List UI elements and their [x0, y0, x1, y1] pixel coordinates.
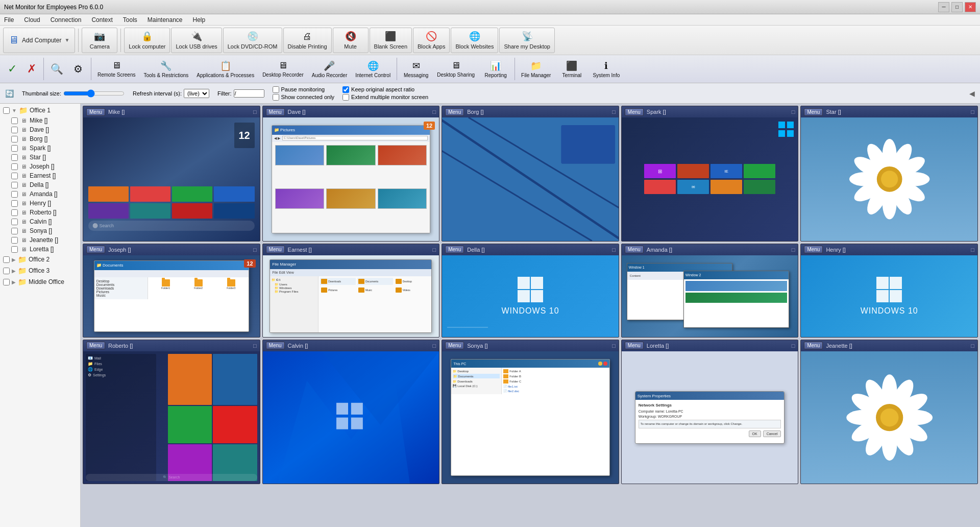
lock-usb-button[interactable]: 🔌 Lock USB drives — [171, 28, 222, 53]
middle-office-group-checkbox[interactable] — [3, 279, 10, 285]
menu-cloud[interactable]: Cloud — [22, 15, 42, 25]
della-checkbox[interactable] — [11, 182, 18, 188]
system-info-button[interactable]: ℹ System Info — [589, 57, 623, 81]
jeanette-checkbox[interactable] — [11, 237, 18, 244]
tile-expand-roberto[interactable]: □ — [253, 343, 257, 349]
sidebar-item-mike[interactable]: 🖥 Mike [] — [0, 116, 80, 125]
filter-input[interactable] — [234, 89, 264, 98]
tile-expand-jeanette[interactable]: □ — [971, 343, 974, 349]
tile-expand-joseph[interactable]: □ — [253, 247, 257, 253]
tile-expand-calvin[interactable]: □ — [433, 343, 436, 349]
tile-expand-dave[interactable]: □ — [433, 109, 436, 115]
close-button[interactable]: ✕ — [965, 2, 976, 12]
screen-thumb-loretta[interactable]: System Properties Network Settings Compu… — [622, 351, 798, 484]
tile-menu-star[interactable]: Menu — [804, 108, 823, 116]
desktop-recorder-button[interactable]: 🖥 Desktop Recorder — [259, 57, 307, 81]
sidebar-group-office3-header[interactable]: ▶ 📁 Office 3 — [0, 265, 80, 276]
tile-menu-earnest[interactable]: Menu — [266, 246, 285, 253]
tile-expand-amanda[interactable]: □ — [792, 247, 795, 253]
sidebar-item-joseph[interactable]: 🖥 Joseph [] — [0, 162, 80, 171]
menu-tools[interactable]: Tools — [121, 15, 139, 25]
sidebar-item-earnest[interactable]: 🖥 Earnest [] — [0, 171, 80, 180]
tile-expand-henry[interactable]: □ — [971, 247, 974, 253]
screen-thumb-amanda[interactable]: Window 1 Content Window 2 — [622, 255, 798, 337]
keep-aspect-label[interactable]: Keep original aspect ratio — [342, 86, 428, 93]
tile-menu-loretta[interactable]: Menu — [625, 342, 644, 349]
block-websites-button[interactable]: 🌐 Block Websites — [451, 28, 498, 53]
joseph-checkbox[interactable] — [11, 163, 18, 170]
tile-menu-mike[interactable]: Menu — [86, 108, 105, 116]
sidebar-item-della[interactable]: 🖥 Della [] — [0, 180, 80, 189]
roberto-checkbox[interactable] — [11, 209, 18, 216]
office2-group-checkbox[interactable] — [3, 256, 10, 263]
screen-thumb-earnest[interactable]: File Manager File Edit View 📁 C:\ 📁 User… — [263, 255, 439, 337]
menu-help[interactable]: Help — [191, 15, 208, 25]
screen-thumb-della[interactable]: WINDOWS 10 — [442, 255, 619, 337]
desktop-sharing-button[interactable]: 🖥 Desktop Sharing — [433, 57, 478, 81]
sidebar-item-borg[interactable]: 🖥 Borg [] — [0, 134, 80, 143]
lock-computer-button[interactable]: 🔒 Lock computer — [124, 28, 170, 53]
sonya-checkbox[interactable] — [11, 228, 18, 234]
maximize-button[interactable]: □ — [951, 2, 963, 12]
tools-restrictions-button[interactable]: 🔧 Tools & Restrictions — [140, 57, 192, 81]
screen-thumb-star[interactable] — [801, 117, 977, 241]
screen-thumb-mike[interactable]: ⚪ Search 12 — [83, 117, 260, 241]
calvin-checkbox[interactable] — [11, 219, 18, 225]
messaging-button[interactable]: ✉ Messaging — [400, 57, 432, 81]
spark-checkbox[interactable] — [11, 145, 18, 152]
sidebar-item-henry[interactable]: 🖥 Henry [] — [0, 199, 80, 208]
amanda-checkbox[interactable] — [11, 191, 18, 198]
applications-processes-button[interactable]: 📋 Applications & Processes — [193, 57, 258, 81]
add-computer-button[interactable]: 🖥 Add Computer ▼ — [3, 28, 75, 53]
tile-menu-borg[interactable]: Menu — [445, 108, 464, 116]
tile-menu-sonya[interactable]: Menu — [445, 342, 464, 349]
screen-thumb-spark[interactable]: ⊞ IE ✉ — [622, 117, 798, 241]
sidebar-group-office2-header[interactable]: ▶ 📁 Office 2 — [0, 254, 80, 265]
show-connected-checkbox[interactable] — [273, 94, 279, 101]
mike-checkbox[interactable] — [11, 117, 18, 124]
earnest-checkbox[interactable] — [11, 173, 18, 179]
screen-thumb-calvin[interactable] — [263, 351, 439, 484]
terminal-button[interactable]: ⬛ Terminal — [555, 57, 588, 81]
tile-menu-dave[interactable]: Menu — [266, 108, 285, 116]
file-manager-button[interactable]: 📁 File Manager — [518, 57, 554, 81]
pause-monitoring-checkbox[interactable] — [273, 86, 279, 93]
menu-maintenance[interactable]: Maintenance — [145, 15, 185, 25]
tile-expand-mike[interactable]: □ — [253, 109, 257, 115]
borg-checkbox[interactable] — [11, 136, 18, 142]
tile-expand-star[interactable]: □ — [971, 109, 974, 115]
sidebar-item-loretta[interactable]: 🖥 Loretta [] — [0, 245, 80, 254]
extend-monitor-label[interactable]: Extend multiple monitor screen — [342, 94, 428, 101]
office1-group-checkbox[interactable] — [3, 107, 10, 114]
tile-menu-henry[interactable]: Menu — [804, 246, 823, 253]
screen-thumb-henry[interactable]: WINDOWS 10 — [801, 255, 977, 337]
sidebar-item-spark[interactable]: 🖥 Spark [] — [0, 143, 80, 153]
show-connected-label[interactable]: Show connected only — [273, 94, 335, 101]
lock-dvd-button[interactable]: 💿 Lock DVD/CD-ROM — [223, 28, 282, 53]
extend-monitor-checkbox[interactable] — [342, 94, 349, 101]
sidebar-item-calvin[interactable]: 🖥 Calvin [] — [0, 217, 80, 226]
share-desktop-button[interactable]: 📡 Share my Desktop — [499, 28, 554, 53]
tile-menu-jeanette[interactable]: Menu — [804, 342, 823, 349]
menu-file[interactable]: File — [2, 15, 16, 25]
sidebar-item-amanda[interactable]: 🖥 Amanda [] — [0, 189, 80, 199]
ok-button[interactable]: ✓ — [3, 57, 21, 81]
sidebar-item-dave[interactable]: 🖥 Dave [] — [0, 125, 80, 134]
mute-button[interactable]: 🔇 Mute — [333, 28, 369, 53]
henry-checkbox[interactable] — [11, 200, 18, 207]
screen-thumb-borg[interactable] — [442, 117, 619, 241]
screen-thumb-sonya[interactable]: This PC 📁 Desktop 📁 Documents 📁 Download… — [442, 351, 619, 484]
cancel-button[interactable]: ✗ — [22, 57, 41, 81]
menu-connection[interactable]: Connection — [48, 15, 84, 25]
screen-thumb-joseph[interactable]: 📁 Documents Desktop Documents Downloads … — [83, 255, 260, 337]
tile-menu-amanda[interactable]: Menu — [625, 246, 644, 253]
search-button[interactable]: 🔍 — [46, 57, 67, 81]
refresh-interval-select[interactable]: (live)1510 — [184, 89, 209, 98]
sidebar-item-sonya[interactable]: 🖥 Sonya [] — [0, 226, 80, 235]
menu-context[interactable]: Context — [89, 15, 114, 25]
screen-thumb-jeanette[interactable] — [801, 351, 977, 484]
tile-menu-calvin[interactable]: Menu — [266, 342, 285, 349]
settings-button[interactable]: ⚙ — [68, 57, 88, 81]
sidebar-group-middle-header[interactable]: ▶ 📁 Middle Office — [0, 276, 80, 288]
screen-thumb-roberto[interactable]: 📧Mail 📁Files 🌐Edge ⚙Settings — [83, 351, 260, 484]
